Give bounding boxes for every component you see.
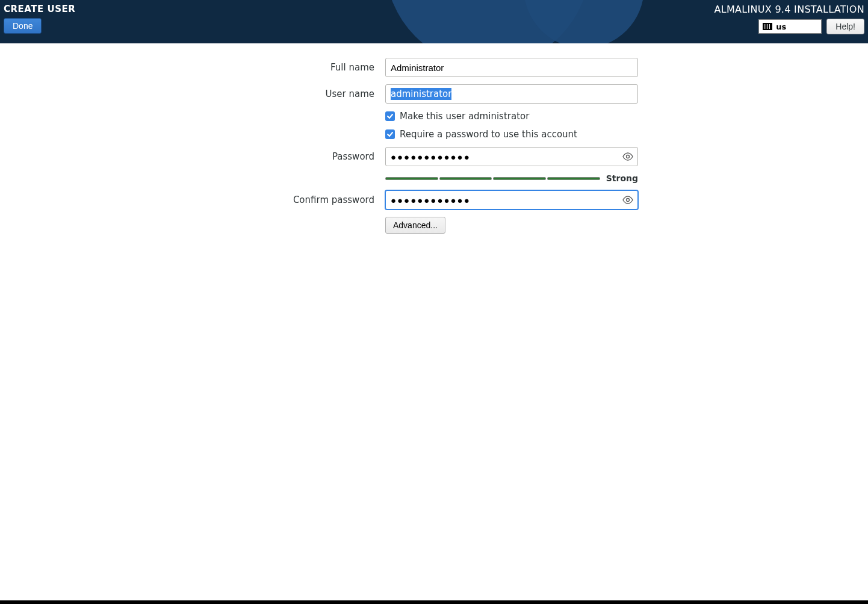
confirm-password-label: Confirm password — [230, 195, 374, 205]
admin-checkbox[interactable] — [385, 111, 395, 121]
page-title: CREATE USER — [4, 4, 75, 14]
username-label: User name — [230, 89, 374, 99]
confirm-password-input[interactable] — [385, 190, 638, 210]
keyboard-layout-value: us — [776, 22, 786, 31]
keyboard-icon — [763, 23, 772, 30]
check-icon — [386, 113, 394, 120]
fullname-label: Full name — [230, 62, 374, 73]
form-area: Full name User name administrator Make t… — [0, 43, 868, 234]
bottom-bar — [0, 600, 868, 604]
fullname-input[interactable] — [385, 58, 638, 77]
strength-bar — [439, 177, 492, 180]
password-strength-label: Strong — [606, 173, 638, 183]
username-input[interactable]: administrator — [385, 84, 638, 104]
svg-point-1 — [627, 199, 630, 202]
done-button[interactable]: Done — [4, 18, 42, 34]
password-strength-row: Strong — [385, 173, 638, 183]
header-bar: CREATE USER Done ALMALINUX 9.4 INSTALLAT… — [0, 0, 868, 43]
check-icon — [386, 131, 394, 138]
install-label: ALMALINUX 9.4 INSTALLATION — [714, 4, 864, 15]
show-confirm-password-icon[interactable] — [622, 196, 633, 204]
admin-checkbox-label: Make this user administrator — [400, 111, 529, 122]
password-input[interactable] — [385, 147, 638, 166]
keyboard-layout-selector[interactable]: us — [758, 19, 822, 34]
username-value: administrator — [391, 88, 451, 100]
password-strength-bars — [385, 177, 600, 180]
require-password-checkbox[interactable] — [385, 129, 395, 139]
help-button[interactable]: Help! — [826, 19, 864, 34]
advanced-button[interactable]: Advanced... — [385, 217, 445, 234]
require-password-checkbox-label: Require a password to use this account — [400, 129, 577, 140]
svg-point-0 — [627, 155, 630, 158]
strength-bar — [385, 177, 438, 180]
strength-bar — [493, 177, 546, 180]
password-label: Password — [230, 151, 374, 162]
show-password-icon[interactable] — [622, 152, 633, 161]
strength-bar — [547, 177, 600, 180]
